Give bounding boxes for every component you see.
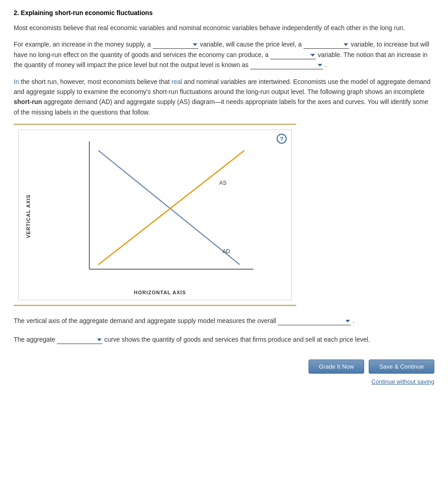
grade-button[interactable]: Grade It Now	[309, 360, 365, 374]
p3-span-text1: the short run, however, most economists …	[21, 78, 172, 85]
chart-svg: AS AD	[62, 137, 258, 287]
dropdown-3-select[interactable]: nominal real	[270, 52, 311, 59]
question-2-line: The aggregate supply demand curve shows …	[14, 334, 434, 345]
svg-text:AS: AS	[219, 180, 227, 186]
dropdown-5-select[interactable]: price level real GDP unemployment	[278, 318, 346, 325]
p3-span-real: real	[171, 78, 182, 85]
q2-text-before: The aggregate	[14, 336, 55, 343]
q2-text-after: curve shows the quantity of goods and se…	[104, 336, 370, 343]
p2-text-1: For example, an increase in the money su…	[14, 41, 151, 48]
section-title: 2. Explaining short-run economic fluctua…	[14, 9, 434, 16]
dropdown-6-select[interactable]: supply demand	[57, 336, 98, 344]
p3-span-text3: aggregate demand (AD) and aggregate supp…	[14, 98, 428, 115]
dropdown-2[interactable]: nominal real	[304, 41, 349, 49]
dropdown-6[interactable]: supply demand	[57, 336, 103, 344]
dropdown-3[interactable]: nominal real	[270, 52, 316, 59]
p2-text-5: .	[325, 61, 327, 68]
p2-text-2: variable, will cause the price level, a	[200, 41, 302, 48]
button-row: Grade It Now Save & Continue	[14, 360, 434, 374]
questions-section: The vertical axis of the aggregate deman…	[14, 315, 434, 345]
save-continue-button[interactable]: Save & Continue	[369, 360, 434, 374]
chart-svg-container: AS AD HORIZONTAL AXIS	[33, 137, 287, 295]
paragraph-2: For example, an increase in the money su…	[14, 39, 434, 70]
dropdown-2-select[interactable]: nominal real	[304, 41, 345, 48]
p3-span-shortrun: short-run	[14, 98, 42, 105]
dropdown-1[interactable]: nominal real	[153, 41, 198, 49]
vertical-axis-label: VERTICAL AXIS	[23, 143, 33, 289]
dropdown-4[interactable]: monetary neutrality classical dichotomy …	[250, 62, 323, 69]
continue-row: Continue without saving	[14, 376, 434, 385]
question-1-line: The vertical axis of the aggregate deman…	[14, 315, 434, 327]
graph-wrapper: ? VERTICAL AXIS AS AD	[18, 130, 292, 300]
paragraph-3: In the short run, however, most economis…	[14, 77, 434, 118]
paragraph-1: Most economists believe that real econom…	[14, 23, 434, 33]
dropdown-4-select[interactable]: monetary neutrality classical dichotomy …	[250, 62, 319, 69]
p3-span-in: In	[14, 78, 19, 85]
q1-text-after: .	[353, 317, 355, 324]
horizontal-axis-label: HORIZONTAL AXIS	[134, 290, 186, 295]
dropdown-1-select[interactable]: nominal real	[153, 41, 194, 48]
chart-area: VERTICAL AXIS AS AD HOR	[23, 137, 287, 295]
svg-text:AD: AD	[222, 248, 230, 255]
continue-without-saving-link[interactable]: Continue without saving	[14, 378, 434, 385]
dropdown-5[interactable]: price level real GDP unemployment	[278, 318, 351, 325]
q1-text-before: The vertical axis of the aggregate deman…	[14, 317, 276, 324]
graph-outer: ? VERTICAL AXIS AS AD	[14, 124, 296, 306]
help-icon[interactable]: ?	[277, 134, 287, 144]
